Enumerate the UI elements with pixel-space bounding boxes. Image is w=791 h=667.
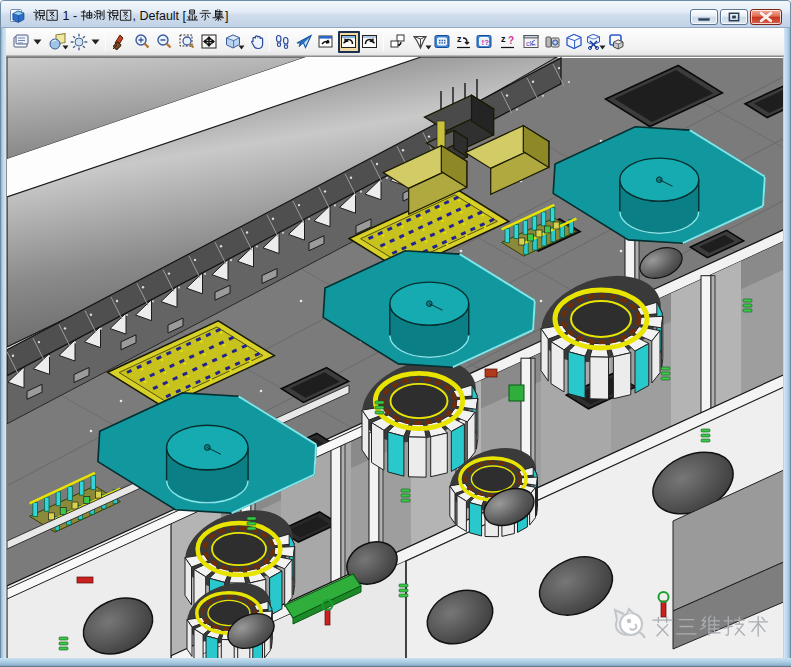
svg-text:z: z (457, 34, 462, 44)
update-view-button[interactable] (108, 31, 130, 53)
svg-text:,: , (133, 9, 136, 23)
svg-text:]: ] (225, 9, 228, 23)
window-border-right (784, 28, 791, 659)
adjust-brightness-dropdown[interactable] (90, 31, 101, 53)
view-window-icon (10, 8, 26, 24)
toolbar-separator (269, 33, 270, 51)
toolbar-separator (383, 33, 384, 51)
clip-mask-icon (433, 33, 451, 51)
render-cube-icon (565, 33, 583, 51)
watermark: 艾三维技术 (611, 604, 771, 648)
camera-settings-button[interactable] (541, 31, 563, 53)
fly-button[interactable] (293, 31, 315, 53)
fly-icon (295, 33, 313, 51)
clip-volume-button[interactable] (409, 31, 431, 53)
adjust-brightness-icon (70, 33, 88, 51)
viewport-3d[interactable]: 艾三维技术 (6, 56, 784, 658)
svg-text:D: D (139, 9, 148, 23)
view-toolbar: z!?z?ck (1, 28, 790, 56)
view-attributes-dropdown[interactable] (32, 31, 43, 53)
walk-button[interactable] (271, 31, 293, 53)
render-window-icon: ck (522, 33, 540, 51)
rotate-view-button[interactable] (222, 31, 244, 53)
cut-clip-volume-button[interactable] (583, 31, 605, 53)
view-attributes-button[interactable] (10, 31, 32, 53)
camera-settings-icon (543, 33, 561, 51)
zoom-in-button[interactable] (131, 31, 153, 53)
clip-mask-button[interactable] (431, 31, 453, 53)
window-title: 1 - , Default [] (31, 1, 391, 29)
close-button[interactable] (750, 9, 782, 25)
app-window: 艾三维技术 1 - , Default [] 视图 1 - 轴测视图, Defa… (0, 0, 791, 667)
set-display-depth-button[interactable]: z (453, 31, 475, 53)
apply-clip-volume-button[interactable] (606, 31, 628, 53)
view-next-icon (361, 33, 379, 51)
svg-text:ck: ck (526, 39, 534, 48)
svg-text:e: e (149, 9, 156, 23)
svg-text:u: u (166, 9, 173, 23)
pan-view-button[interactable] (246, 31, 268, 53)
update-view-icon (110, 33, 128, 51)
walk-icon (273, 33, 291, 51)
3d-model-scene (7, 57, 784, 658)
svg-text:[: [ (183, 9, 187, 23)
pan-view-icon (248, 33, 266, 51)
z-depth-query-button[interactable]: z? (497, 31, 519, 53)
window-area-button[interactable] (176, 31, 198, 53)
show-display-depth-icon: !? (475, 33, 493, 51)
rotate-view-corner-arrow[interactable] (238, 36, 245, 54)
apply-clip-volume-icon (608, 33, 626, 51)
zoom-in-icon (133, 33, 151, 51)
copy-view-icon (389, 33, 407, 51)
cut-clip-volume-corner-arrow[interactable] (599, 36, 606, 54)
view-previous-button[interactable] (338, 31, 360, 53)
z-depth-query-icon: z? (499, 33, 517, 51)
svg-text:t: t (176, 9, 180, 23)
toolbar-separator (105, 33, 106, 51)
fit-view-button[interactable] (198, 31, 220, 53)
fit-view-icon (200, 33, 218, 51)
copy-view-button[interactable] (387, 31, 409, 53)
svg-text:a: a (159, 9, 166, 23)
render-cube-button[interactable] (563, 31, 585, 53)
svg-text:z: z (501, 34, 506, 44)
svg-text:-: - (73, 9, 77, 23)
svg-text:?: ? (508, 35, 514, 46)
show-display-depth-button[interactable]: !? (473, 31, 495, 53)
minimize-button[interactable] (690, 9, 718, 25)
zoom-out-icon (155, 33, 173, 51)
view-next-button[interactable] (359, 31, 381, 53)
navigate-view-icon (317, 33, 335, 51)
set-display-depth-icon: z (455, 33, 473, 51)
restore-button[interactable] (720, 9, 748, 25)
titlebar[interactable]: 1 - , Default [] 视图 1 - 轴测视图, Default [显… (0, 0, 791, 28)
window-area-icon (178, 33, 196, 51)
svg-text:1: 1 (62, 9, 69, 23)
navigate-view-button[interactable] (315, 31, 337, 53)
window-border-bottom (0, 658, 791, 667)
render-window-button[interactable]: ck (520, 31, 542, 53)
view-previous-icon (340, 33, 358, 51)
zoom-out-button[interactable] (153, 31, 175, 53)
svg-text:!?: !? (482, 38, 490, 47)
view-attributes-icon (12, 33, 30, 51)
display-style-button[interactable] (46, 31, 68, 53)
window-buttons (690, 9, 782, 25)
window-border-left (0, 28, 6, 659)
adjust-brightness-button[interactable] (68, 31, 90, 53)
